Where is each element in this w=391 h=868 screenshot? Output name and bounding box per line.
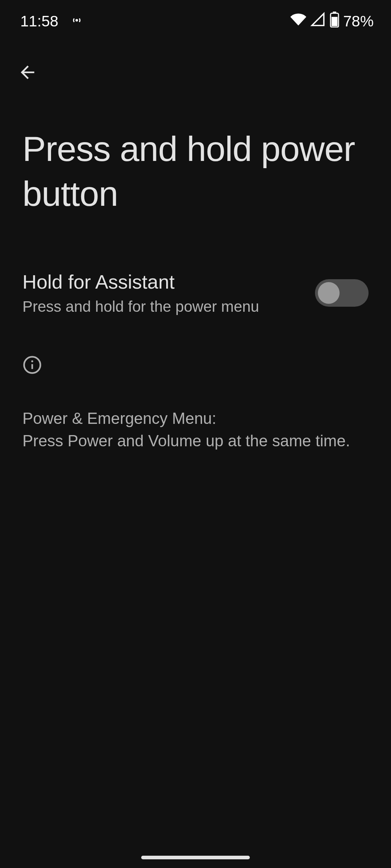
svg-point-6 xyxy=(31,360,33,362)
status-bar: 11:58 78% xyxy=(0,0,391,33)
hotspot-icon xyxy=(71,13,83,30)
info-line-1: Power & Emergency Menu: xyxy=(22,407,369,430)
arrow-left-icon xyxy=(17,62,38,82)
hold-for-assistant-row[interactable]: Hold for Assistant Press and hold for th… xyxy=(0,216,391,315)
hold-for-assistant-toggle[interactable] xyxy=(315,279,369,307)
back-button[interactable] xyxy=(13,58,42,87)
battery-percent: 78% xyxy=(343,13,374,30)
status-time: 11:58 xyxy=(20,13,58,30)
setting-title: Hold for Assistant xyxy=(22,271,300,293)
info-line-2: Press Power and Volume up at the same ti… xyxy=(22,430,369,452)
setting-subtitle: Press and hold for the power menu xyxy=(22,298,300,315)
nav-handle[interactable] xyxy=(141,856,250,859)
svg-rect-3 xyxy=(332,17,338,26)
toggle-knob xyxy=(318,282,340,304)
info-section: Power & Emergency Menu: Press Power and … xyxy=(0,315,391,452)
page-title: Press and hold power button xyxy=(0,87,391,216)
wifi-icon xyxy=(290,12,306,31)
cellular-icon xyxy=(310,12,326,31)
info-icon xyxy=(22,355,42,375)
battery-icon xyxy=(329,12,340,31)
svg-point-0 xyxy=(76,19,78,21)
